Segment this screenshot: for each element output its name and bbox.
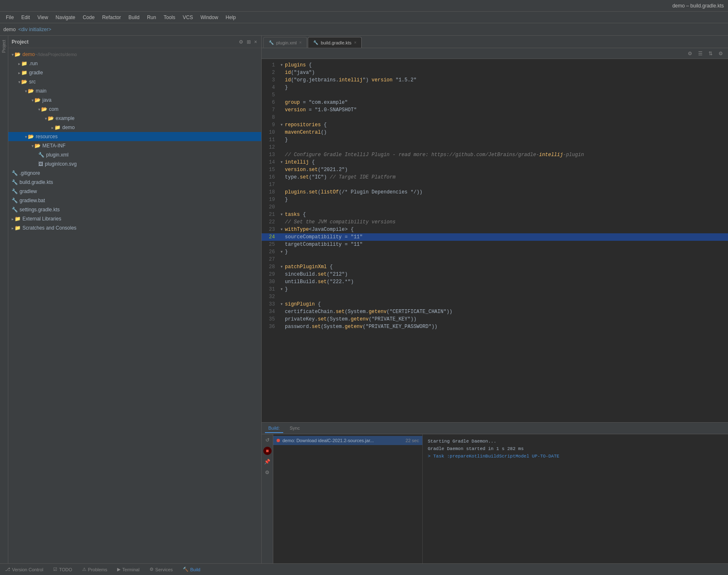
line-code[interactable]: version = "1.0-SNAPSHOT" bbox=[285, 106, 728, 114]
status-item-services[interactable]: ⚙ Services bbox=[148, 566, 174, 573]
tree-item-1[interactable]: ▾📂demo ~/IdeaProjects/demo bbox=[8, 50, 261, 59]
sort-icon[interactable]: ⇅ bbox=[707, 50, 714, 57]
line-number: 6 bbox=[262, 99, 278, 106]
build-tab-sync[interactable]: Sync bbox=[287, 424, 303, 433]
tree-item-18[interactable]: 🔧settings.gradle.kts bbox=[8, 205, 261, 214]
status-item-problems[interactable]: ⚠ Problems bbox=[81, 566, 109, 573]
line-code[interactable]: id("java") bbox=[285, 69, 728, 76]
line-code[interactable]: } bbox=[285, 84, 728, 91]
project-sidebar-label[interactable]: Project bbox=[2, 37, 6, 55]
tree-item-3[interactable]: ▸📁gradle bbox=[8, 68, 261, 77]
list-icon[interactable]: ☰ bbox=[696, 50, 704, 57]
line-number: 12 bbox=[262, 144, 278, 151]
line-code[interactable] bbox=[285, 91, 728, 99]
tree-item-12[interactable]: 🔧plugin.xml bbox=[8, 150, 261, 159]
panel-expand-icon[interactable]: ⊞ bbox=[246, 38, 252, 46]
build-refresh-icon[interactable]: ↺ bbox=[263, 436, 272, 444]
line-code[interactable]: patchPluginXml { bbox=[285, 263, 728, 271]
line-code[interactable]: } bbox=[285, 136, 728, 144]
line-code[interactable] bbox=[285, 256, 728, 263]
line-code[interactable]: withType<JavaCompile> { bbox=[285, 226, 728, 233]
menu-item-vcs[interactable]: VCS bbox=[179, 13, 196, 22]
line-code[interactable]: } bbox=[285, 248, 728, 256]
line-code[interactable]: tasks { bbox=[285, 211, 728, 218]
project-bar: demo <div initializer> bbox=[0, 23, 728, 36]
line-code[interactable]: sourceCompatibility = "11" bbox=[285, 233, 728, 241]
line-code[interactable]: intellij { bbox=[285, 159, 728, 166]
build-item-1[interactable]: demo: Download idealC-2021.2-sources.jar… bbox=[273, 436, 422, 445]
tab-close-button[interactable]: × bbox=[299, 40, 302, 45]
panel-close-icon[interactable]: × bbox=[253, 38, 258, 46]
menu-item-file[interactable]: File bbox=[2, 13, 17, 22]
status-item-build-status[interactable]: 🔨 Build bbox=[181, 566, 202, 573]
editor-tab-build-gradle[interactable]: 🔧build.gradle.kts× bbox=[308, 37, 362, 48]
line-code[interactable]: } bbox=[285, 196, 728, 203]
panel-settings-icon[interactable]: ⚙ bbox=[238, 38, 244, 46]
tree-item-6[interactable]: ▾📂java bbox=[8, 95, 261, 105]
tree-item-16[interactable]: 🔧gradlew bbox=[8, 187, 261, 196]
tab-close-button[interactable]: × bbox=[354, 40, 356, 45]
line-code[interactable]: // Configure Gradle IntelliJ Plugin - re… bbox=[285, 151, 728, 159]
line-code[interactable]: mavenCentral() bbox=[285, 129, 728, 136]
line-code[interactable] bbox=[285, 144, 728, 151]
menu-item-run[interactable]: Run bbox=[144, 13, 159, 22]
tree-item-9[interactable]: ▸📁demo bbox=[8, 123, 261, 132]
line-code[interactable]: repositories { bbox=[285, 121, 728, 129]
tree-item-17[interactable]: 🔧gradlew.bat bbox=[8, 196, 261, 205]
tree-item-19[interactable]: ▸📁External Libraries bbox=[8, 214, 261, 223]
line-code[interactable]: version.set("2021.2") bbox=[285, 166, 728, 174]
menu-item-code[interactable]: Code bbox=[79, 13, 98, 22]
line-code[interactable] bbox=[285, 293, 728, 301]
build-settings-icon[interactable]: ⚙ bbox=[263, 468, 272, 477]
tree-item-15[interactable]: 🔧build.gradle.kts bbox=[8, 178, 261, 187]
build-pin-icon[interactable]: 📌 bbox=[263, 458, 272, 466]
tree-item-14[interactable]: 🔧.gitignore bbox=[8, 169, 261, 178]
settings-icon[interactable]: ⚙ bbox=[686, 50, 694, 57]
build-tab-build[interactable]: Build: bbox=[265, 424, 283, 433]
line-code[interactable]: plugins { bbox=[285, 61, 728, 69]
line-code[interactable]: targetCompatibility = "11" bbox=[285, 241, 728, 248]
tree-item-10[interactable]: ▾📂resources bbox=[8, 132, 261, 141]
config-icon[interactable]: ⚙ bbox=[717, 50, 725, 57]
build-log-line: Starting Gradle Daemon... bbox=[428, 438, 723, 445]
line-code[interactable]: password.set(System.getenv("PRIVATE_KEY_… bbox=[285, 323, 728, 330]
tree-item-11[interactable]: ▾📂META-INF bbox=[8, 141, 261, 150]
menu-item-navigate[interactable]: Navigate bbox=[52, 13, 78, 22]
tree-item-20[interactable]: ▸📁Scratches and Consoles bbox=[8, 223, 261, 232]
line-code[interactable]: privateKey.set(System.getenv("PRIVATE_KE… bbox=[285, 316, 728, 323]
menu-item-help[interactable]: Help bbox=[222, 13, 239, 22]
line-code[interactable]: // Set the JVM compatibility versions bbox=[285, 218, 728, 226]
line-code[interactable]: untilBuild.set("222.*") bbox=[285, 278, 728, 286]
build-run-icon[interactable]: ■ bbox=[263, 447, 272, 455]
tree-item-8[interactable]: ▾📂example bbox=[8, 114, 261, 123]
tree-item-5[interactable]: ▾📂main bbox=[8, 86, 261, 95]
menu-item-refactor[interactable]: Refactor bbox=[99, 13, 124, 22]
tree-item-7[interactable]: ▾📂com bbox=[8, 105, 261, 114]
line-code[interactable] bbox=[285, 181, 728, 188]
tree-item-4[interactable]: ▾📂src bbox=[8, 77, 261, 86]
line-code[interactable] bbox=[285, 114, 728, 121]
menu-item-build[interactable]: Build bbox=[125, 13, 143, 22]
menu-item-edit[interactable]: Edit bbox=[18, 13, 33, 22]
code-line-10: 10 mavenCentral() bbox=[262, 129, 728, 136]
tree-item-13[interactable]: 🖼pluginIcon.svg bbox=[8, 159, 261, 169]
line-code[interactable]: type.set("IC") // Target IDE Platform bbox=[285, 174, 728, 181]
editor-tab-plugin-xml[interactable]: 🔧plugin.xml× bbox=[263, 37, 307, 48]
line-number: 33 bbox=[262, 301, 278, 308]
line-code[interactable]: group = "com.example" bbox=[285, 99, 728, 106]
code-view[interactable]: 1▾plugins {2 id("java")3 id("org.jetbrai… bbox=[262, 59, 728, 422]
line-code[interactable]: signPlugin { bbox=[285, 301, 728, 308]
line-code[interactable]: certificateChain.set(System.getenv("CERT… bbox=[285, 308, 728, 316]
line-code[interactable]: plugins.set(listOf(/* Plugin Dependencie… bbox=[285, 188, 728, 196]
status-item-terminal[interactable]: ▶ Terminal bbox=[115, 566, 141, 573]
status-item-version-control[interactable]: ⎇ Version Control bbox=[3, 566, 45, 573]
line-code[interactable] bbox=[285, 203, 728, 211]
menu-item-view[interactable]: View bbox=[34, 13, 51, 22]
menu-item-window[interactable]: Window bbox=[197, 13, 222, 22]
line-code[interactable]: } bbox=[285, 286, 728, 293]
menu-item-tools[interactable]: Tools bbox=[160, 13, 179, 22]
line-code[interactable]: id("org.jetbrains.intellij") version "1.… bbox=[285, 76, 728, 84]
line-code[interactable]: sinceBuild.set("212") bbox=[285, 271, 728, 278]
status-item-todo[interactable]: ☑ TODO bbox=[51, 566, 74, 573]
tree-item-2[interactable]: ▸📁.run bbox=[8, 59, 261, 68]
